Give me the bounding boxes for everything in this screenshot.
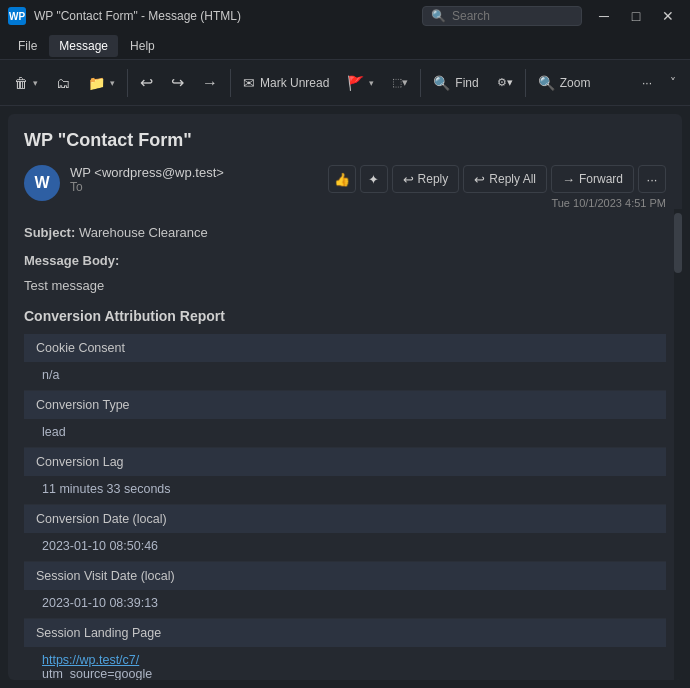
table-row: https://wp.test/c7/ utm_source=google ut… [24,647,666,681]
table-row: 11 minutes 33 seconds [24,476,666,505]
forward-nav-button[interactable]: → [194,66,226,100]
field-header: Cookie Consent [24,334,666,362]
field-header: Conversion Date (local) [24,504,666,533]
zoom-button[interactable]: 🔍 Zoom [530,66,599,100]
field-header: Session Landing Page [24,618,666,647]
subject-label: Subject: [24,225,79,240]
scrollbar-thumb[interactable] [674,213,682,273]
avatar: W [24,165,60,201]
sender-info: WP <wordpress@wp.test> To [70,165,224,194]
reply-all-label: Reply All [489,172,536,186]
more-actions-button[interactable]: ··· [634,66,660,100]
menu-bar: File Message Help [0,32,690,60]
more-email-actions-icon: ··· [647,172,658,187]
subject-value: Warehouse Clearance [79,225,208,240]
more-actions-icon: ··· [642,76,652,90]
move-icon: 📁 [88,75,105,91]
options-icon: ⚙▾ [497,76,513,89]
subject-line: Subject: Warehouse Clearance [24,223,666,243]
undo-button[interactable]: ↩ [132,66,161,100]
table-row: lead [24,419,666,448]
zoom-icon: 🔍 [538,75,555,91]
toolbar-separator-3 [420,69,421,97]
minimize-button[interactable]: ─ [590,5,618,27]
reply-button[interactable]: ↩ Reply [392,165,460,193]
delete-group: 🗑 ▾ [6,66,46,100]
reply-all-button[interactable]: ↩ Reply All [463,165,547,193]
field-header: Conversion Lag [24,447,666,476]
toolbar-separator-2 [230,69,231,97]
field-value: https://wp.test/c7/ utm_source=google ut… [24,647,666,681]
search-icon: 🔍 [431,9,446,23]
table-row: Cookie Consent [24,334,666,362]
forward-label: Forward [579,172,623,186]
window-title: WP "Contact Form" - Message (HTML) [34,9,414,23]
report-title: Conversion Attribution Report [24,308,666,324]
field-value: 2023-01-10 08:50:46 [24,533,666,562]
email-window: WP "Contact Form" W WP <wordpress@wp.tes… [8,114,682,680]
table-row: 2023-01-10 08:50:46 [24,533,666,562]
expand-toolbar-icon: ˅ [670,76,676,90]
forward-nav-icon: → [202,74,218,92]
delete-dropdown-arrow: ▾ [33,78,38,88]
sparkle-button[interactable]: ✦ [360,165,388,193]
menu-message[interactable]: Message [49,35,118,57]
title-search-box[interactable]: 🔍 [422,6,582,26]
reply-icon: ↩ [403,172,414,187]
field-header: Conversion Type [24,390,666,419]
find-button[interactable]: 🔍 Find [425,66,486,100]
thumbsup-button[interactable]: 👍 [328,165,356,193]
delete-icon: 🗑 [14,75,28,91]
table-row: Session Landing Page [24,618,666,647]
move-button[interactable]: 📁 ▾ [80,66,123,100]
scrollbar-track[interactable] [674,209,682,680]
menu-file[interactable]: File [8,35,47,57]
archive-button[interactable]: 🗂 [48,66,78,100]
attribution-table: Cookie Consent n/a Conversion Type lead … [24,334,666,681]
email-actions: 👍 ✦ ↩ Reply ↩ Reply All → F [328,165,666,193]
menu-help[interactable]: Help [120,35,165,57]
flag-icon: 🚩 [347,75,364,91]
redo-button[interactable]: ↪ [163,66,192,100]
mark-unread-button[interactable]: ✉ Mark Unread [235,66,337,100]
table-row: Conversion Lag [24,447,666,476]
reply-all-icon: ↩ [474,172,485,187]
find-label: Find [455,76,478,90]
search-input[interactable] [452,9,572,23]
mark-unread-label: Mark Unread [260,76,329,90]
assign-button[interactable]: ⬚▾ [384,66,416,100]
expand-toolbar-button[interactable]: ˅ [662,66,684,100]
move-dropdown-arrow: ▾ [110,78,115,88]
more-email-actions-button[interactable]: ··· [638,165,666,193]
field-value: 2023-01-10 08:39:13 [24,590,666,619]
email-datetime: Tue 10/1/2023 4:51 PM [551,197,666,209]
landing-page-link[interactable]: https://wp.test/c7/ [42,653,139,667]
close-button[interactable]: ✕ [654,5,682,27]
toolbar-separator-1 [127,69,128,97]
table-row: 2023-01-10 08:39:13 [24,590,666,619]
redo-icon: ↪ [171,73,184,92]
find-icon: 🔍 [433,75,450,91]
forward-button[interactable]: → Forward [551,165,634,193]
message-body-label: Message Body: [24,253,119,268]
email-subject-title: WP "Contact Form" [24,130,666,151]
delete-button[interactable]: 🗑 ▾ [6,66,46,100]
title-bar: WP WP "Contact Form" - Message (HTML) 🔍 … [0,0,690,32]
reply-label: Reply [418,172,449,186]
mark-unread-icon: ✉ [243,75,255,91]
message-body-value: Test message [24,276,666,296]
table-row: Conversion Type [24,390,666,419]
maximize-button[interactable]: □ [622,5,650,27]
field-header: Session Visit Date (local) [24,561,666,590]
toolbar: 🗑 ▾ 🗂 📁 ▾ ↩ ↪ → ✉ Mark Unread 🚩 ▾ ⬚▾ 🔍 F… [0,60,690,106]
toolbar-right: ··· ˅ [634,66,684,100]
email-body[interactable]: Subject: Warehouse Clearance Message Bod… [8,209,682,680]
flag-dropdown-arrow: ▾ [369,78,374,88]
email-sender-area: W WP <wordpress@wp.test> To [24,165,224,201]
table-row: Conversion Date (local) [24,504,666,533]
options-button[interactable]: ⚙▾ [489,66,521,100]
flag-button[interactable]: 🚩 ▾ [339,66,382,100]
archive-icon: 🗂 [56,75,70,91]
zoom-label: Zoom [560,76,591,90]
utm-source: utm_source=google [42,667,152,681]
